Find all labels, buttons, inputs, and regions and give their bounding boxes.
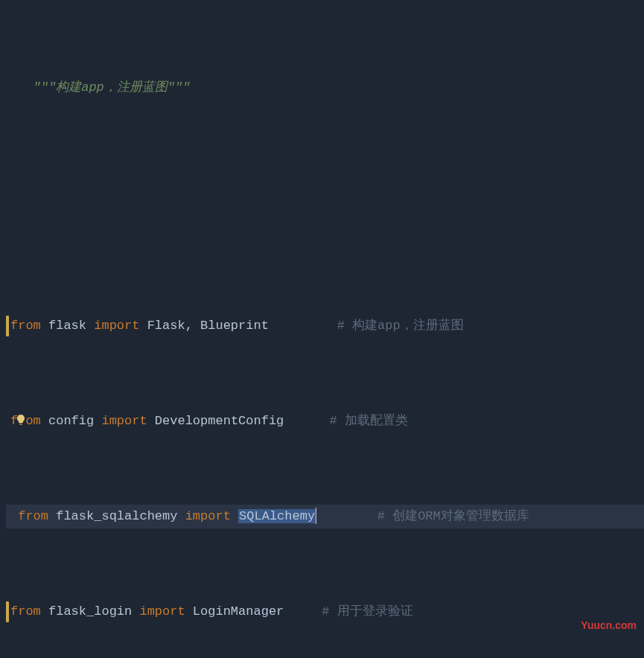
code-editor[interactable]: """构建app，注册蓝图""" from flask import Flask… [0, 0, 644, 658]
docstring: """构建app，注册蓝图""" [34, 80, 191, 95]
blank-line[interactable] [6, 219, 644, 243]
import-line-active[interactable]: from flask_sqlalchemy import SQLAlchemy … [6, 505, 644, 528]
text-cursor [316, 508, 316, 524]
import-line[interactable]: from flask import Flask, Blueprint # 构建a… [6, 314, 644, 338]
selected-text: SQLAlchemy [238, 509, 316, 523]
watermark: Yuucn.com [581, 613, 637, 637]
gutter-warning-icon [6, 601, 9, 622]
import-line[interactable]: from config import DevelopmentConfig # 加… [6, 409, 644, 433]
code-line[interactable]: """构建app，注册蓝图""" [6, 76, 644, 100]
gutter-warning-icon [6, 316, 9, 336]
import-line[interactable]: from flask_login import LoginManager # 用… [6, 600, 644, 624]
svg-rect-0 [19, 424, 22, 425]
lightbulb-icon[interactable] [15, 414, 27, 426]
blank-line[interactable] [6, 147, 644, 171]
